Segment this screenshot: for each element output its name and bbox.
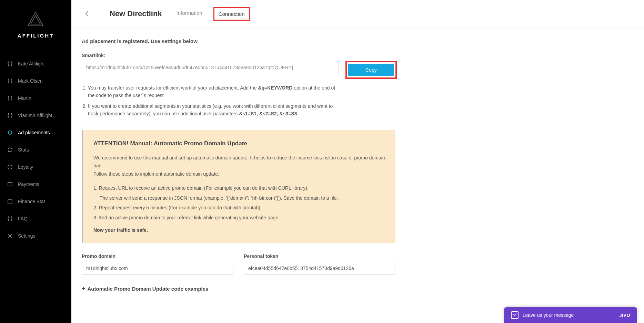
copy-button[interactable]: Copy	[348, 64, 394, 76]
braces-icon	[7, 95, 13, 101]
sidebar-item-label: Loyalty	[18, 164, 33, 170]
smartlink-label: Smartlink:	[82, 53, 475, 58]
sidebar-item-faq[interactable]: FAQ	[0, 210, 71, 227]
sidebar-item-stats[interactable]: Stats	[0, 141, 71, 158]
attention-safe: Now your traffic is safe.	[93, 227, 385, 233]
sidebar-item-label: Ad placements	[18, 130, 50, 135]
personal-token-label: Personal token	[244, 253, 395, 259]
sidebar-item-label: Kate Affilight	[18, 61, 45, 66]
smartlink-input[interactable]	[82, 61, 339, 74]
attention-steps: 1. Request URL to receive an active prom…	[93, 184, 385, 222]
back-button[interactable]	[82, 9, 92, 19]
svg-point-0	[8, 131, 12, 134]
sidebar-item-label: FAQ	[18, 216, 28, 221]
attention-intro: We recommend to use this manual and set …	[93, 154, 385, 178]
sidebar-item-kate[interactable]: Kate Affilight	[0, 55, 71, 72]
sidebar-item-label: Settings	[18, 233, 36, 239]
sidebar-item-loyalty[interactable]: Loyalty	[0, 158, 71, 176]
braces-icon	[7, 112, 13, 118]
attention-box: ATTENTION! Manual: Automatic Promo Domai…	[82, 130, 395, 243]
tabs: Information Connection	[172, 7, 250, 21]
promo-domain-input[interactable]	[82, 262, 233, 275]
sidebar-item-payments[interactable]: Payments	[0, 176, 71, 193]
svg-point-1	[8, 165, 12, 169]
attention-step-3: 3. Add an active promo domain to your re…	[93, 213, 385, 222]
sidebar-item-vladimir[interactable]: Vladimir Affilight	[0, 107, 71, 124]
tab-connection[interactable]: Connection	[213, 7, 250, 21]
logo-area: AFFILIGHT	[0, 0, 71, 48]
circle-icon	[7, 129, 13, 136]
square-icon	[7, 181, 13, 187]
content-area: Ad placement is registered. Use settings…	[71, 28, 485, 303]
code-examples-expander[interactable]: + Automatic Promo Domain Update code exa…	[82, 285, 475, 292]
svg-point-4	[9, 235, 11, 237]
logo: AFFILIGHT	[18, 9, 54, 39]
personal-token-col: Personal token	[244, 253, 395, 275]
attention-title: ATTENTION! Manual: Automatic Promo Domai…	[93, 140, 385, 147]
copy-highlight: Copy	[345, 61, 397, 79]
sidebar: AFFILIGHT Kate Affilight Mark Olsen Mart…	[0, 0, 71, 323]
attention-step-2: 2. Repeat request every 5 minutes (For e…	[93, 203, 385, 212]
attention-step-1b: The server will send a response in JSON …	[93, 194, 385, 203]
personal-token-input[interactable]	[244, 262, 395, 275]
sidebar-item-finance-stat[interactable]: Finance Stat	[0, 193, 71, 210]
header-divider	[99, 7, 99, 21]
sidebar-item-martin[interactable]: Martin	[0, 90, 71, 107]
attention-step-1: 1. Request URL to receive an active prom…	[93, 184, 385, 193]
svg-rect-2	[8, 183, 12, 186]
note-item-1: You may transfer user requests for effic…	[88, 84, 337, 100]
logo-triangle-icon	[25, 9, 46, 30]
sidebar-item-label: Martin	[18, 95, 31, 101]
chat-message: Leave us your message	[523, 312, 574, 318]
sidebar-nav: Kate Affilight Mark Olsen Martin Vladimi…	[0, 48, 71, 244]
notes-list: You may transfer user requests for effic…	[82, 84, 337, 118]
main-content: New Directlink Information Connection Ad…	[71, 0, 644, 323]
sidebar-item-label: Mark Olsen	[18, 78, 43, 84]
sidebar-item-label: Vladimir Affilight	[18, 113, 52, 118]
sidebar-item-label: Finance Stat	[18, 199, 45, 204]
domain-token-row: Promo domain Personal token	[82, 253, 475, 275]
chat-brand: JIVO	[619, 313, 630, 318]
sidebar-item-label: Stats	[18, 147, 29, 153]
refresh-icon	[7, 147, 13, 153]
expander-label: Automatic Promo Domain Update code examp…	[88, 286, 209, 292]
note-item-2: If you want to create additional segment…	[88, 102, 337, 118]
chevron-left-icon	[85, 11, 89, 17]
square-icon	[7, 198, 13, 205]
smartlink-row: Copy	[82, 61, 475, 79]
circle-outline-icon	[7, 164, 13, 170]
registered-heading: Ad placement is registered. Use settings…	[82, 38, 475, 44]
tab-information[interactable]: Information	[172, 7, 207, 21]
page-header: New Directlink Information Connection	[71, 0, 644, 28]
braces-icon	[7, 216, 13, 222]
mail-icon	[511, 311, 519, 319]
plus-icon: +	[82, 285, 85, 292]
chat-widget[interactable]: Leave us your message JIVO	[504, 307, 637, 323]
sidebar-item-settings[interactable]: Settings	[0, 227, 71, 244]
logo-text: AFFILIGHT	[18, 33, 54, 39]
braces-icon	[7, 78, 13, 84]
sidebar-item-mark[interactable]: Mark Olsen	[0, 72, 71, 90]
gear-icon	[7, 233, 13, 239]
sidebar-item-label: Payments	[18, 181, 39, 187]
page-title: New Directlink	[110, 9, 162, 18]
promo-domain-col: Promo domain	[82, 253, 233, 275]
sidebar-item-ad-placements[interactable]: Ad placements	[0, 124, 71, 141]
promo-domain-label: Promo domain	[82, 253, 233, 259]
braces-icon	[7, 61, 13, 67]
svg-rect-3	[8, 200, 12, 203]
